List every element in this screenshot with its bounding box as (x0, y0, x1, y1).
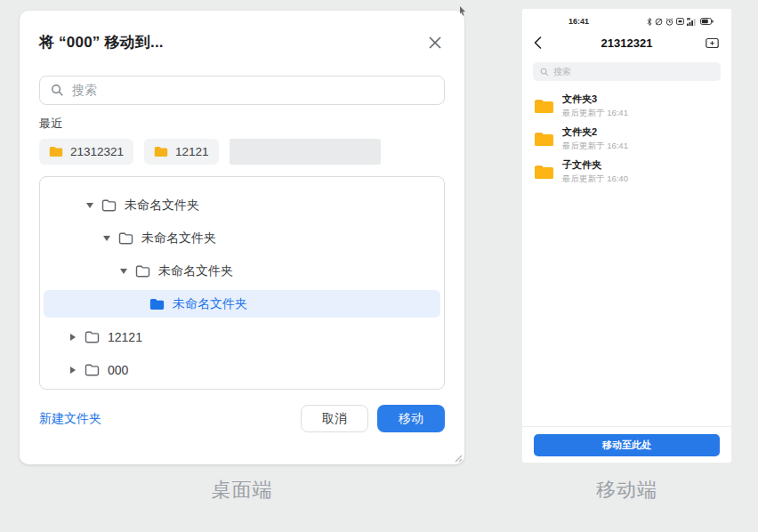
mouse-cursor (458, 5, 467, 16)
status-icons (647, 18, 714, 26)
collapse-arrow-icon[interactable] (101, 232, 113, 245)
expand-arrow-icon[interactable] (67, 331, 79, 343)
collapse-arrow-icon[interactable] (84, 199, 96, 212)
move-dialog: 将 “000” 移动到... 搜索 最近 21312321 12121 (20, 11, 464, 464)
close-icon[interactable] (425, 33, 445, 52)
back-icon[interactable] (534, 35, 550, 51)
folder-icon (534, 131, 554, 147)
search-icon (540, 68, 549, 77)
mobile-search-input[interactable]: 搜索 (533, 62, 721, 81)
resize-grip-icon[interactable] (455, 455, 463, 463)
mobile-title: 21312321 (550, 36, 704, 50)
mobile-navbar: 21312321 (522, 28, 731, 57)
list-item[interactable]: 文件夹2 最后更新于 16:41 (522, 122, 731, 155)
new-folder-link[interactable]: 新建文件夹 (39, 411, 101, 427)
move-here-button[interactable]: 移动至此处 (534, 434, 720, 456)
recent-chip-placeholder (230, 139, 381, 165)
mobile-screen: 16:41 (522, 9, 731, 463)
list-item[interactable]: 文件夹3 最后更新于 16:41 (522, 89, 731, 122)
list-item[interactable]: 子文件夹 最后更新于 16:40 (522, 155, 731, 188)
file-meta: 最后更新于 16:40 (562, 173, 628, 185)
bottom-bar: 移动至此处 (522, 427, 731, 463)
tree-row[interactable]: 未命名文件夹 (40, 254, 444, 287)
collapse-arrow-icon[interactable] (117, 265, 130, 278)
recent-chip[interactable]: 12121 (144, 139, 219, 165)
tree-row[interactable]: 12121 (40, 320, 444, 353)
tree-row[interactable]: 未命名文件夹 (40, 222, 444, 254)
folder-icon (154, 146, 168, 157)
recent-label: 最近 (39, 116, 445, 132)
status-time: 16:41 (568, 17, 589, 26)
recent-chip[interactable]: 21312321 (39, 139, 133, 165)
dialog-footer: 新建文件夹 取消 移动 (39, 405, 445, 432)
mobile-caption: 移动端 (522, 477, 731, 504)
recent-chips: 21312321 12121 (39, 139, 445, 165)
file-meta: 最后更新于 16:41 (562, 141, 628, 152)
folder-icon (534, 164, 554, 180)
bluetooth-icon (647, 18, 652, 26)
status-bar: 16:41 (522, 9, 731, 28)
folder-filled-icon (149, 298, 165, 310)
tree-row-selected[interactable]: 未命名文件夹 (44, 290, 440, 318)
mobile-search-placeholder: 搜索 (553, 66, 571, 78)
folder-icon (49, 146, 63, 157)
file-name: 文件夹2 (562, 125, 628, 139)
sim-icon (676, 18, 684, 25)
folder-tree: 未命名文件夹 未命名文件夹 未命名文件夹 未命名文件夹 (39, 176, 445, 390)
battery-icon (700, 18, 714, 25)
search-icon (51, 84, 64, 97)
mute-icon (655, 18, 663, 26)
mobile-file-list: 文件夹3 最后更新于 16:41 文件夹2 最后更新于 16:41 (522, 89, 731, 426)
file-meta: 最后更新于 16:41 (562, 108, 628, 119)
expand-arrow-icon[interactable] (67, 364, 79, 376)
tree-row[interactable]: 000 (40, 353, 444, 386)
dialog-title: 将 “000” 移动到... (39, 32, 164, 52)
signal-icon (687, 18, 698, 26)
folder-outline-icon (135, 265, 150, 278)
cancel-button[interactable]: 取消 (301, 405, 368, 432)
folder-outline-icon (101, 199, 117, 212)
file-name: 文件夹3 (562, 93, 628, 106)
search-input[interactable]: 搜索 (39, 76, 445, 105)
dialog-header: 将 “000” 移动到... (39, 32, 445, 52)
new-folder-icon[interactable] (704, 35, 720, 51)
folder-outline-icon (85, 331, 100, 343)
search-placeholder: 搜索 (72, 83, 97, 99)
desktop-caption: 桌面端 (20, 477, 464, 504)
file-name: 子文件夹 (562, 158, 628, 172)
folder-outline-icon (85, 364, 100, 376)
folder-outline-icon (118, 232, 133, 245)
alarm-icon (665, 18, 673, 26)
tree-row[interactable]: 未命名文件夹 (40, 189, 444, 222)
move-button[interactable]: 移动 (377, 405, 445, 432)
folder-icon (534, 98, 554, 114)
